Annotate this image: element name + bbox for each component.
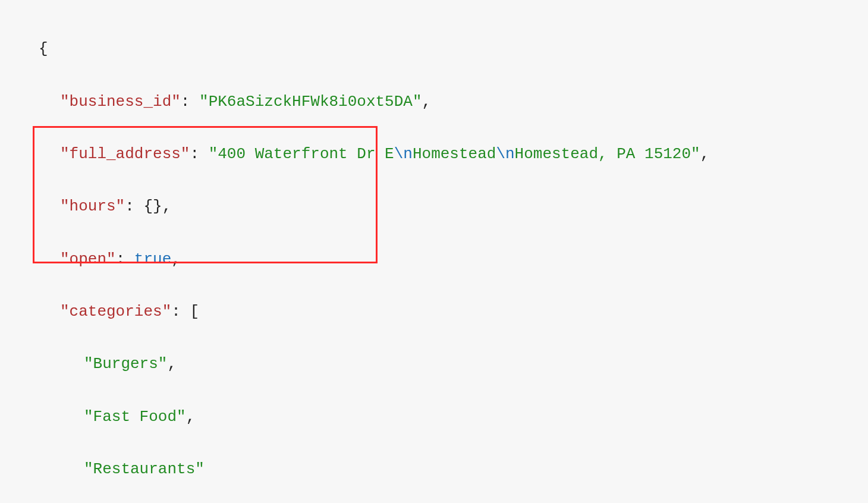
line-hours: "hours": {}, [39,193,868,219]
escape-n-2: \n [496,145,514,163]
val-hours: {} [143,197,162,215]
line-open: "open": true, [39,246,868,272]
line-cat-fastfood: "Fast Food", [39,404,868,430]
key-full-address: "full_address" [60,145,190,163]
val-cat-0: "Burgers" [84,355,167,373]
val-cat-1: "Fast Food" [84,408,186,426]
line-categories-open: "categories": [ [39,298,868,325]
key-categories: "categories" [60,303,171,320]
escape-n-1: \n [394,145,413,163]
val-cat-2: "Restaurants" [84,460,205,478]
brace-open: { [39,40,48,58]
key-business-id: "business_id" [60,93,181,111]
key-open: "open" [60,250,116,268]
val-full-address-3: Homestead, PA 15120" [515,145,700,163]
val-full-address-1: "400 Waterfront Dr E [209,145,394,163]
line-open-brace: { [39,36,868,62]
json-code-block: { "business_id": "PK6aSizckHFWk8i0oxt5DA… [0,0,868,503]
key-hours: "hours" [60,197,125,215]
val-open: true [134,250,171,268]
val-full-address-2: Homestead [413,145,496,163]
line-business-id: "business_id": "PK6aSizckHFWk8i0oxt5DA", [39,89,868,115]
line-cat-restaurants: "Restaurants" [39,456,868,482]
val-business-id: "PK6aSizckHFWk8i0oxt5DA" [199,93,422,111]
line-cat-burgers: "Burgers", [39,351,868,377]
line-full-address: "full_address": "400 Waterfront Dr E\nHo… [39,141,868,167]
